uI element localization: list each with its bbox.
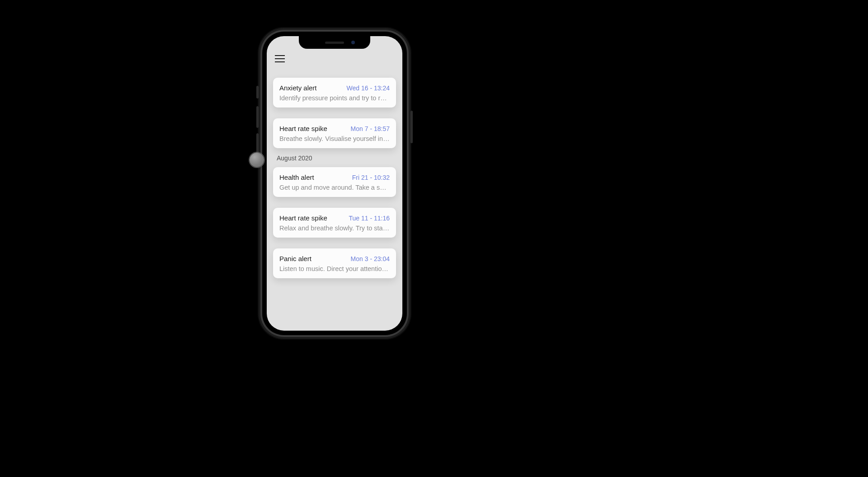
alerts-list[interactable]: Anxiety alert Wed 16 - 13:24 Identify pr… [267, 62, 402, 287]
alert-card[interactable]: Health alert Fri 21 - 10:32 Get up and m… [273, 167, 396, 197]
alert-card[interactable]: Heart rate spike Tue 11 - 11:16 Relax an… [273, 208, 396, 238]
alert-card[interactable]: Anxiety alert Wed 16 - 13:24 Identify pr… [273, 78, 396, 108]
alert-card[interactable]: Heart rate spike Mon 7 - 18:57 Breathe s… [273, 118, 396, 148]
volume-up-button [256, 106, 259, 128]
cursor-indicator [250, 153, 264, 167]
speaker-grille [325, 42, 344, 44]
alert-card[interactable]: Panic alert Mon 3 - 23:04 Listen to musi… [273, 248, 396, 278]
alert-time: Mon 7 - 18:57 [351, 125, 390, 132]
phone-screen: Anxiety alert Wed 16 - 13:24 Identify pr… [267, 36, 402, 331]
alert-body: Get up and move around. Take a short wal… [279, 184, 390, 191]
hamburger-icon [275, 55, 285, 56]
alert-title: Heart rate spike [279, 125, 327, 132]
alert-time: Wed 16 - 13:24 [347, 84, 390, 92]
mute-switch [256, 86, 259, 98]
phone-frame: Anxiety alert Wed 16 - 13:24 Identify pr… [262, 32, 407, 335]
notch [299, 36, 370, 49]
alert-time: Mon 3 - 23:04 [351, 255, 390, 262]
section-header: August 2020 [273, 148, 396, 164]
alert-title: Heart rate spike [279, 214, 327, 222]
power-button [410, 111, 413, 143]
alert-body: Listen to music. Direct your attention e… [279, 265, 390, 272]
volume-down-button [256, 133, 259, 155]
menu-button[interactable] [275, 55, 285, 62]
alert-body: Breathe slowly. Visualise yourself in a … [279, 135, 390, 142]
alert-body: Identify pressure points and try to redu… [279, 94, 390, 102]
alert-time: Tue 11 - 11:16 [349, 215, 390, 222]
app-content: Anxiety alert Wed 16 - 13:24 Identify pr… [267, 36, 402, 331]
alert-title: Health alert [279, 173, 314, 181]
alert-time: Fri 21 - 10:32 [352, 174, 390, 181]
alert-title: Anxiety alert [279, 84, 317, 92]
alert-title: Panic alert [279, 255, 311, 262]
front-camera [351, 41, 355, 44]
alert-body: Relax and breathe slowly. Try to stay ca… [279, 224, 390, 232]
